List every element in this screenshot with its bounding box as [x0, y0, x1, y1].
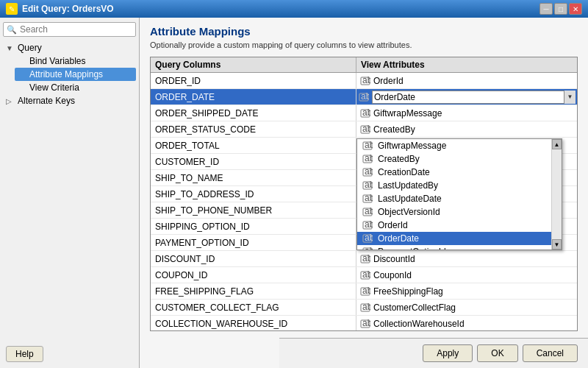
table-row[interactable]: CUSTOMER_COLLECT_FLAG ab CustomerCollect… [151, 300, 577, 316]
cell-view-order-date[interactable]: ab OrderDate ▼ [356, 89, 577, 105]
maximize-button[interactable]: □ [554, 3, 567, 15]
ok-button[interactable]: OK [477, 344, 517, 362]
cell-view: ab FreeShippingFlag [356, 283, 577, 299]
tree-label-query: Query [18, 43, 42, 53]
popup-item-orderid[interactable]: ab OrderId [357, 219, 551, 232]
mapping-table: Query Columns View Attributes ORDER_ID a… [150, 57, 578, 331]
cell-query: SHIP_TO_NAME [151, 170, 356, 185]
svg-text:ab: ab [365, 220, 373, 230]
cell-query: COLLECTION_WAREHOUSE_ID [151, 316, 356, 331]
table-row[interactable]: COLLECTION_WAREHOUSE_ID ab CollectionWar… [151, 316, 577, 331]
cell-view: ab CreatedBy [356, 121, 577, 137]
cell-view: ab CollectionWarehouseId [356, 316, 577, 331]
cell-query: DISCOUNT_ID [151, 251, 356, 266]
cell-view: ab GiftwrapMessage [356, 105, 577, 121]
svg-text:ab: ab [362, 254, 370, 263]
minimize-button[interactable]: ─ [539, 3, 553, 15]
cell-query: PAYMENT_OPTION_ID [151, 235, 356, 250]
popup-item-lastupdatedby[interactable]: ab LastUpdatedBy [357, 179, 551, 192]
table-row[interactable]: ORDER_ID ab OrderId [151, 73, 577, 89]
table-row-order-date[interactable]: ORDER_DATE ab OrderDate ▼ [151, 89, 577, 105]
expand-icon-alt: ▷ [6, 97, 15, 105]
tree-label-bind: Bind Variables [29, 56, 86, 66]
attr-icon: ab [362, 180, 373, 191]
cell-query: COUPON_ID [151, 267, 356, 283]
svg-text:ab: ab [365, 141, 373, 150]
cell-query: SHIPPING_OPTION_ID [151, 219, 356, 234]
table-row[interactable]: ORDER_SHIPPED_DATE ab GiftwrapMessage [151, 105, 577, 121]
sidebar-item-attribute-mappings[interactable]: Attribute Mappings [15, 68, 136, 81]
sidebar-item-bind-variables[interactable]: Bind Variables [15, 54, 136, 68]
apply-button[interactable]: Apply [423, 344, 473, 362]
cell-query: CUSTOMER_COLLECT_FLAG [151, 300, 356, 315]
svg-text:ab: ab [365, 154, 373, 163]
table-header: Query Columns View Attributes [151, 57, 577, 73]
dropdown-list: ab GiftwrapMessage ab CreatedBy ab Creat… [357, 139, 551, 250]
cell-query-order-date: ORDER_DATE [151, 89, 356, 105]
table-row[interactable]: COUPON_ID ab CouponId [151, 267, 577, 283]
attr-icon: ab [362, 167, 373, 177]
title-bar: ✎ Edit Query: OrdersVO ─ □ ✕ [0, 0, 588, 18]
dropdown-value[interactable]: OrderDate [372, 91, 576, 104]
cell-view: ab DiscountId [356, 251, 577, 266]
svg-text:ab: ab [365, 167, 373, 177]
sidebar-item-view-criteria[interactable]: View Criteria [15, 81, 136, 94]
svg-text:ab: ab [362, 286, 370, 296]
svg-text:ab: ab [362, 108, 370, 118]
popup-item-objectversionid[interactable]: ab ObjectVersionId [357, 205, 551, 219]
popup-item-lastupdatedate[interactable]: ab LastUpdateDate [357, 192, 551, 205]
close-button[interactable]: ✕ [569, 3, 582, 15]
dropdown-arrow-button[interactable]: ▼ [564, 91, 576, 104]
attribute-dropdown-popup[interactable]: ab GiftwrapMessage ab CreatedBy ab Creat… [356, 138, 562, 250]
attr-icon: ab [359, 286, 371, 297]
attr-icon: ab [362, 207, 373, 217]
tree: ▼ Query Bind Variables Attribute Mapping… [3, 41, 136, 364]
popup-item-orderdate[interactable]: ab OrderDate [357, 232, 551, 245]
mapping-area: Query Columns View Attributes ORDER_ID a… [150, 57, 578, 331]
cell-query-order-id: ORDER_ID [151, 73, 356, 88]
scroll-track [552, 149, 562, 239]
scroll-up-button[interactable]: ▲ [552, 139, 562, 149]
tree-label-alt: Alternate Keys [18, 96, 75, 106]
popup-item-createdby[interactable]: ab CreatedBy [357, 152, 551, 166]
cell-view: ab CouponId [356, 267, 577, 283]
cancel-button[interactable]: Cancel [523, 344, 578, 362]
scroll-down-button[interactable]: ▼ [552, 239, 562, 250]
cell-query: CUSTOMER_ID [151, 154, 356, 169]
svg-text:ab: ab [365, 194, 373, 203]
content-area: Attribute Mappings Optionally provide a … [140, 18, 588, 368]
sidebar-item-alternate-keys[interactable]: ▷ Alternate Keys [3, 94, 136, 107]
svg-text:ab: ab [362, 124, 370, 134]
cell-query: ORDER_SHIPPED_DATE [151, 105, 356, 121]
tree-item-query[interactable]: ▼ Query [3, 41, 136, 54]
tree-label-attr: Attribute Mappings [29, 69, 103, 79]
attr-icon: ab [359, 270, 371, 280]
sidebar: 🔍 ▼ Query Bind Variables Attribute Mappi… [0, 18, 140, 368]
attr-icon-selected: ab [362, 233, 373, 244]
page-title: Attribute Mappings [150, 25, 578, 38]
attr-icon: ab [359, 254, 371, 264]
window-controls: ─ □ ✕ [539, 3, 582, 15]
header-view-attributes: View Attributes [356, 57, 577, 72]
cell-query: FREE_SHIPPING_FLAG [151, 283, 356, 299]
attr-icon: ab [359, 108, 371, 118]
expand-icon: ▼ [6, 44, 15, 52]
window-title: Edit Query: OrdersVO [22, 4, 114, 14]
table-row[interactable]: DISCOUNT_ID ab DiscountId [151, 251, 577, 267]
help-button[interactable]: Help [6, 346, 43, 362]
popup-item-paymentoptionid[interactable]: ab PaymentOptionId [357, 245, 551, 250]
table-row[interactable]: ORDER_STATUS_CODE ab CreatedBy [151, 121, 577, 138]
search-input[interactable] [20, 24, 132, 35]
svg-text:ab: ab [365, 180, 373, 190]
table-row[interactable]: FREE_SHIPPING_FLAG ab FreeShippingFlag [151, 283, 577, 300]
search-icon: 🔍 [7, 25, 17, 35]
tree-label-view: View Criteria [29, 82, 79, 93]
popup-item-giftwrap[interactable]: ab GiftwrapMessage [357, 139, 551, 152]
svg-text:ab: ab [362, 302, 370, 312]
svg-text:ab: ab [362, 270, 370, 280]
cell-query: SHIP_TO_PHONE_NUMBER [151, 202, 356, 218]
popup-item-creationdate[interactable]: ab CreationDate [357, 166, 551, 179]
dropdown-container-order-date[interactable]: OrderDate ▼ [372, 91, 576, 104]
attr-icon: ab [362, 194, 373, 204]
popup-scrollbar[interactable]: ▲ ▼ [551, 139, 562, 250]
